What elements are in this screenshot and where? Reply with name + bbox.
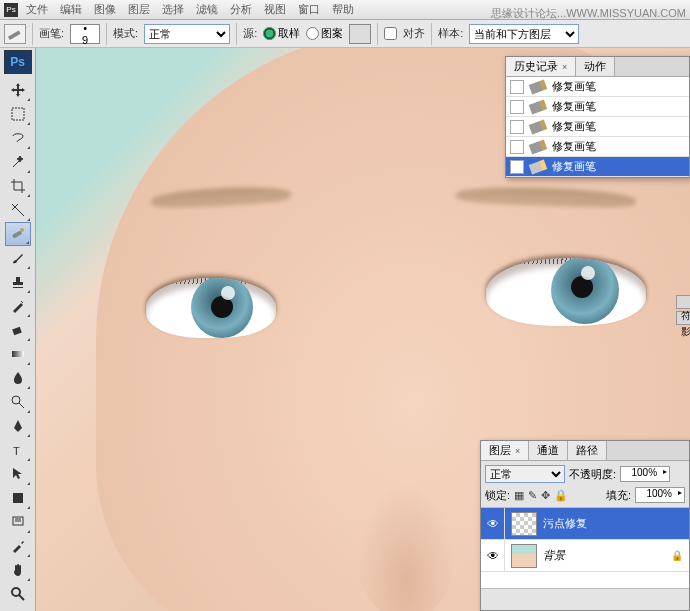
sample-label: 样本:	[438, 26, 463, 41]
zoom-tool[interactable]	[5, 582, 31, 606]
brush-tool[interactable]	[5, 246, 31, 270]
layer-item[interactable]: 👁 背景 🔒	[481, 540, 689, 572]
layer-name: 背景	[543, 548, 565, 563]
notes-tool[interactable]	[5, 510, 31, 534]
svg-point-6	[12, 396, 20, 404]
options-bar: 画笔: •9 模式: 正常 源: 取样 图案 对齐 样本: 当前和下方图层	[0, 20, 690, 48]
mode-select[interactable]: 正常	[144, 24, 230, 44]
menu-edit[interactable]: 编辑	[54, 0, 88, 19]
layer-thumb	[511, 512, 537, 536]
history-item[interactable]: 修复画笔	[506, 157, 689, 177]
svg-rect-0	[8, 30, 21, 39]
pen-tool[interactable]	[5, 414, 31, 438]
layer-item[interactable]: 👁 污点修复	[481, 508, 689, 540]
pattern-radio[interactable]	[306, 27, 319, 40]
layer-name: 污点修复	[543, 516, 587, 531]
pattern-swatch[interactable]	[349, 24, 371, 44]
ps-badge: Ps	[4, 50, 32, 74]
app-icon: Ps	[4, 3, 18, 17]
stamp-tool[interactable]	[5, 270, 31, 294]
type-tool[interactable]: T	[5, 438, 31, 462]
brush-icon	[529, 79, 547, 94]
source-label: 源:	[243, 26, 257, 41]
svg-rect-8	[13, 493, 23, 503]
svg-rect-1	[12, 108, 24, 120]
history-item[interactable]: 修复画笔	[506, 137, 689, 157]
svg-rect-4	[12, 327, 22, 335]
brush-icon	[529, 99, 547, 114]
mode-label: 模式:	[113, 26, 138, 41]
current-tool-icon[interactable]	[4, 24, 26, 44]
layer-thumb	[511, 544, 537, 568]
history-tab[interactable]: 历史记录×	[506, 57, 576, 76]
svg-rect-5	[12, 351, 24, 357]
lock-transparency-icon[interactable]: ▦	[514, 489, 524, 502]
healing-brush-tool[interactable]	[5, 222, 31, 246]
opacity-label: 不透明度:	[569, 467, 616, 482]
svg-point-3	[20, 228, 24, 232]
wand-tool[interactable]	[5, 150, 31, 174]
side-tab-1[interactable]: 符	[676, 295, 690, 309]
brush-icon	[529, 159, 547, 174]
crop-tool[interactable]	[5, 174, 31, 198]
layers-panel: 图层× 通道 路径 正常 不透明度: 100% 锁定: ▦ ✎ ✥ 🔒 填充: …	[480, 440, 690, 611]
align-checkbox[interactable]	[384, 27, 397, 40]
lock-paint-icon[interactable]: ✎	[528, 489, 537, 502]
menu-filter[interactable]: 滤镜	[190, 0, 224, 19]
fill-label: 填充:	[606, 488, 631, 503]
lock-icon: 🔒	[671, 550, 683, 561]
gradient-tool[interactable]	[5, 342, 31, 366]
blend-mode-select[interactable]: 正常	[485, 465, 565, 483]
brush-icon	[529, 139, 547, 154]
layers-footer	[481, 588, 689, 610]
dodge-tool[interactable]	[5, 390, 31, 414]
history-item[interactable]: 修复画笔	[506, 77, 689, 97]
blur-tool[interactable]	[5, 366, 31, 390]
toolbox: Ps T	[0, 48, 36, 611]
eyedropper-tool[interactable]	[5, 534, 31, 558]
visibility-icon[interactable]: 👁	[481, 508, 505, 539]
channels-tab[interactable]: 通道	[529, 441, 568, 460]
menu-help[interactable]: 帮助	[326, 0, 360, 19]
menu-layer[interactable]: 图层	[122, 0, 156, 19]
menu-image[interactable]: 图像	[88, 0, 122, 19]
fill-value[interactable]: 100%	[635, 487, 685, 503]
actions-tab[interactable]: 动作	[576, 57, 615, 76]
watermark: 思缘设计论坛...WWW.MISSYUAN.COM	[491, 6, 686, 21]
eraser-tool[interactable]	[5, 318, 31, 342]
lock-label: 锁定:	[485, 488, 510, 503]
paths-tab[interactable]: 路径	[568, 441, 607, 460]
menu-analysis[interactable]: 分析	[224, 0, 258, 19]
history-item[interactable]: 修复画笔	[506, 97, 689, 117]
menu-file[interactable]: 文件	[20, 0, 54, 19]
slice-tool[interactable]	[5, 198, 31, 222]
svg-point-10	[12, 588, 20, 596]
move-tool[interactable]	[5, 78, 31, 102]
history-item[interactable]: 修复画笔	[506, 117, 689, 137]
hand-tool[interactable]	[5, 558, 31, 582]
sample-select[interactable]: 当前和下方图层	[469, 24, 579, 44]
menu-select[interactable]: 选择	[156, 0, 190, 19]
lock-move-icon[interactable]: ✥	[541, 489, 550, 502]
brush-label: 画笔:	[39, 26, 64, 41]
history-panel: 历史记录× 动作 修复画笔 修复画笔 修复画笔 修复画笔 修复画笔	[505, 56, 690, 178]
path-select-tool[interactable]	[5, 462, 31, 486]
menu-window[interactable]: 窗口	[292, 0, 326, 19]
lock-all-icon[interactable]: 🔒	[554, 489, 568, 502]
side-tab-2[interactable]: 影	[676, 311, 690, 325]
svg-text:T: T	[13, 445, 20, 457]
layers-tab[interactable]: 图层×	[481, 441, 529, 460]
marquee-tool[interactable]	[5, 102, 31, 126]
brush-icon	[529, 119, 547, 134]
sample-radio[interactable]	[263, 27, 276, 40]
history-brush-tool[interactable]	[5, 294, 31, 318]
align-label: 对齐	[403, 26, 425, 41]
shape-tool[interactable]	[5, 486, 31, 510]
opacity-value[interactable]: 100%	[620, 466, 670, 482]
lasso-tool[interactable]	[5, 126, 31, 150]
brush-preview[interactable]: •9	[70, 24, 100, 44]
menu-view[interactable]: 视图	[258, 0, 292, 19]
visibility-icon[interactable]: 👁	[481, 540, 505, 571]
